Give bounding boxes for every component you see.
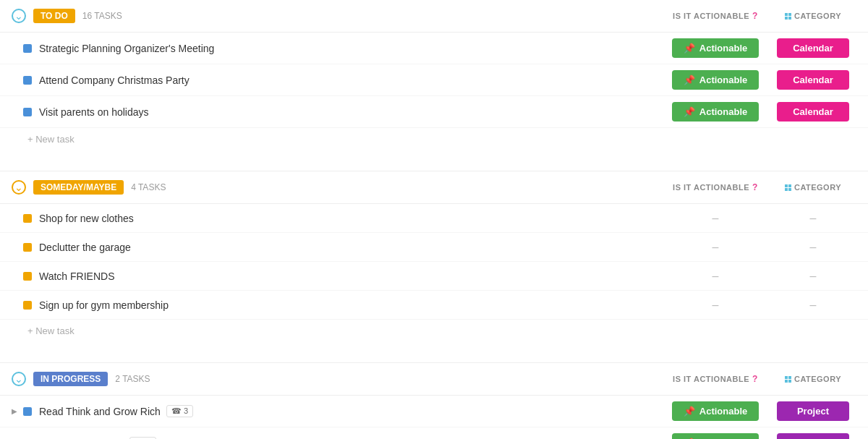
task-row: Strategic Planning Organizer's Meeting📌A… [0, 33, 868, 64]
section-todo: ⌄TO DO16 TASKSIS IT ACTIONABLE? CATEGORY… [0, 0, 868, 171]
col-actionable-label: IS IT ACTIONABLE [673, 375, 749, 383]
task-row: Declutter the garage–– [0, 233, 868, 262]
task-dot [23, 44, 32, 53]
dash-value: – [661, 212, 770, 225]
task-name-text: Declutter the garage [39, 242, 131, 253]
new-task-button[interactable]: + New task [0, 320, 868, 342]
dash-value: – [661, 299, 770, 312]
category-cell: Project [770, 401, 856, 421]
task-dot [23, 214, 32, 223]
actionable-cell: – [661, 212, 770, 225]
section-header-inprogress: ⌄IN PROGRESS2 TASKSIS IT ACTIONABLE? CAT… [0, 363, 868, 396]
col-category-label: CATEGORY [794, 12, 841, 20]
task-row: Watch FRIENDS–– [0, 262, 868, 291]
chevron-icon-todo[interactable]: ⌄ [12, 9, 26, 23]
section-tag-someday: SOMEDAY/MAYBE [33, 180, 124, 195]
actionable-cell: 📌Actionable [661, 433, 770, 439]
task-name-text: Shop for new clothes [39, 213, 134, 224]
task-row: Sign up for gym membership–– [0, 291, 868, 320]
task-name-text: Read Think and Grow Rich [39, 406, 161, 417]
col-header-category: CATEGORY [770, 375, 856, 383]
col-header-actionable: IS IT ACTIONABLE? [661, 182, 770, 192]
section-header-todo: ⌄TO DO16 TASKSIS IT ACTIONABLE? CATEGORY [0, 0, 868, 33]
task-name: Watch FRIENDS [39, 270, 661, 282]
actionable-cell: 📌Actionable [661, 38, 770, 58]
col-header-category: CATEGORY [770, 183, 856, 192]
chevron-icon-inprogress[interactable]: ⌄ [12, 372, 26, 386]
category-button[interactable]: Calendar [777, 102, 849, 122]
category-cell: – [770, 299, 856, 312]
new-task-button[interactable]: + New task [0, 128, 868, 150]
category-button[interactable]: Calendar [777, 70, 849, 90]
dash-value: – [770, 299, 856, 312]
col-header-actionable: IS IT ACTIONABLE? [661, 11, 770, 21]
task-name: Visit parents on holidays [39, 106, 661, 118]
task-dot [23, 301, 32, 310]
task-dot [23, 407, 32, 416]
task-columns: 📌ActionableCalendar [661, 102, 856, 122]
actionable-button[interactable]: 📌Actionable [672, 102, 759, 122]
task-name: Declutter the garage [39, 242, 661, 253]
task-columns: 📌ActionableCalendar [661, 38, 856, 58]
col-category-label: CATEGORY [794, 183, 841, 192]
actionable-button[interactable]: 📌Actionable [672, 433, 759, 439]
grid-icon [785, 13, 791, 20]
actionable-button[interactable]: 📌Actionable [672, 38, 759, 58]
col-category-label: CATEGORY [794, 375, 841, 383]
category-label: Calendar [793, 74, 833, 85]
actionable-cell: 📌Actionable [661, 70, 770, 90]
dash-value: – [661, 241, 770, 254]
col-header-actionable: IS IT ACTIONABLE? [661, 374, 770, 384]
category-button[interactable]: Project [777, 401, 849, 421]
question-icon: ? [752, 374, 758, 384]
task-row: Attend Company Christmas Party📌Actionabl… [0, 64, 868, 96]
question-icon: ? [752, 11, 758, 21]
section-tag-todo: TO DO [33, 9, 75, 23]
actionable-cell: – [661, 299, 770, 312]
task-dot [23, 108, 32, 116]
actionable-button[interactable]: 📌Actionable [672, 70, 759, 90]
actionable-label: Actionable [699, 74, 747, 85]
task-name-text: Sign up for gym membership [39, 299, 169, 311]
actionable-cell: 📌Actionable [661, 401, 770, 421]
task-name-text: Attend Company Christmas Party [39, 74, 190, 86]
category-cell: – [770, 270, 856, 283]
task-dot [23, 272, 32, 281]
col-actionable-label: IS IT ACTIONABLE [673, 183, 749, 192]
task-count-someday: 4 TASKS [131, 182, 166, 192]
category-button[interactable]: Project [777, 433, 849, 439]
task-count-todo: 16 TASKS [82, 11, 122, 21]
question-icon: ? [752, 182, 758, 192]
actionable-label: Actionable [699, 43, 747, 54]
task-row: Shop for new clothes–– [0, 204, 868, 233]
actionable-cell: – [661, 270, 770, 283]
category-cell: – [770, 212, 856, 225]
task-dot [23, 243, 32, 252]
category-cell: – [770, 241, 856, 254]
task-columns: –– [661, 270, 856, 283]
task-name-text: Watch FRIENDS [39, 270, 115, 282]
category-label: Calendar [793, 43, 833, 54]
category-button[interactable]: Calendar [777, 38, 849, 58]
task-row: ▶Read Think and Grow Rich☎ 3📌ActionableP… [0, 396, 868, 427]
actionable-button[interactable]: 📌Actionable [672, 401, 759, 421]
task-columns: –– [661, 212, 856, 225]
section-tag-inprogress: IN PROGRESS [33, 372, 108, 386]
category-label: Calendar [793, 106, 833, 117]
chevron-icon-someday[interactable]: ⌄ [12, 180, 26, 195]
task-dot [23, 76, 32, 85]
dash-value: – [770, 241, 856, 254]
dash-value: – [661, 270, 770, 283]
task-row: Visit parents on holidays📌ActionableCale… [0, 96, 868, 128]
dash-value: – [770, 212, 856, 225]
task-name-text: Strategic Planning Organizer's Meeting [39, 43, 214, 54]
category-cell: Calendar [770, 38, 856, 58]
col-actionable-label: IS IT ACTIONABLE [673, 12, 749, 20]
column-headers: IS IT ACTIONABLE? CATEGORY [661, 11, 856, 21]
task-expander[interactable]: ▶ [12, 407, 23, 415]
pin-icon: 📌 [684, 74, 695, 85]
task-columns: 📌ActionableProject [661, 401, 856, 421]
task-name-text: Visit parents on holidays [39, 106, 149, 118]
pin-icon: 📌 [684, 43, 695, 54]
task-name: Sign up for gym membership [39, 299, 661, 311]
